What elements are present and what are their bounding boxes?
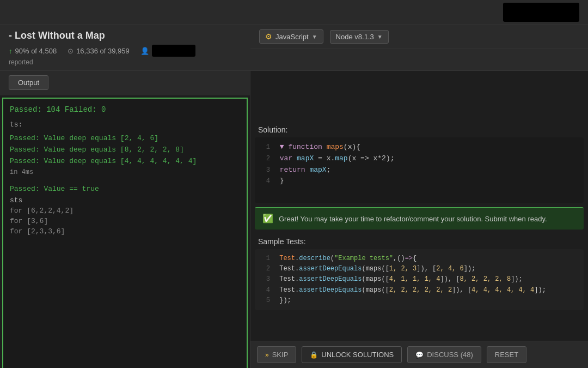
discuss-label: DISCUSS (48) — [427, 351, 473, 359]
extra-pass: Passed: Value == true — [10, 185, 240, 193]
count-meta: ⊙ 16,336 of 39,959 — [68, 47, 130, 55]
count-value: 16,336 of 39,959 — [76, 47, 130, 55]
code-line-2: 2 var mapX = x.map(x => x*2); — [259, 153, 579, 165]
right-panel: Solution: 1 ▼ function maps(x){ 2 var ma… — [250, 71, 588, 368]
skip-label: SKIP — [272, 351, 289, 359]
for-item-0: for [6,2,2,4,2] — [10, 207, 240, 215]
reset-label: RESET — [495, 351, 518, 359]
output-content: Passed: 104 Failed: 0 ts: Passed: Value … — [2, 98, 248, 368]
pass-fail-line: Passed: 104 Failed: 0 — [10, 105, 240, 114]
sample-line-5: 5 }); — [259, 295, 579, 306]
reset-button[interactable]: RESET — [487, 346, 526, 363]
success-text: Great! You may take your time to refacto… — [279, 215, 547, 223]
top-bar-avatar — [503, 3, 579, 22]
progress-meta: ↑ 90% of 4,508 — [9, 47, 57, 55]
chevron-js-icon: ▼ — [312, 34, 317, 40]
lang-bar: ⚙ JavaScript ▼ Node v8.1.3 ▼ — [250, 25, 588, 49]
for-item-2: for [2,3,3,6] — [10, 227, 240, 236]
sample-line-4: 4 Test.assertDeepEquals(maps([2, 2, 2, 2… — [259, 285, 579, 295]
sample-code: 1 Test.describe("Example tests",()=>{ 2 … — [255, 249, 584, 310]
kata-title-text: - Lost Without a Map — [9, 30, 105, 41]
test-result-1: Passed: Value deep equals [8, 2, 2, 2, 8… — [10, 146, 240, 154]
lang-bar-spacer — [250, 71, 588, 95]
bottom-toolbar: » SKIP 🔒 UNLOCK SOLUTIONS 💬 DISCUSS (48)… — [250, 341, 588, 368]
success-bar: ✅ Great! You may take your time to refac… — [255, 207, 584, 230]
user-avatar — [152, 45, 195, 57]
top-bar — [0, 0, 588, 25]
output-tab-button[interactable]: Output — [9, 75, 48, 90]
code-line-4: 4 } — [259, 176, 579, 187]
user-meta: 👤 — [140, 45, 195, 57]
solution-label: Solution: — [250, 120, 588, 137]
main-layout: Output Passed: 104 Failed: 0 ts: Passed:… — [0, 71, 588, 368]
progress-value: 90% of 4,508 — [15, 47, 57, 55]
test-result-0: Passed: Value deep equals [2, 4, 6] — [10, 134, 240, 142]
user-icon: 👤 — [140, 47, 149, 55]
code-line-3: 3 return mapX; — [259, 165, 579, 176]
chevron-node-icon: ▼ — [377, 34, 383, 40]
timing-info: in 4ms — [10, 168, 240, 176]
sample-line-1: 1 Test.describe("Example tests",()=>{ — [259, 254, 579, 264]
node-label: Node v8.1.3 — [336, 33, 374, 41]
language-selector[interactable]: ⚙ JavaScript ▼ — [259, 29, 323, 44]
skip-button[interactable]: » SKIP — [257, 346, 296, 363]
sample-line-2: 2 Test.assertDeepEquals(maps([1, 2, 3]),… — [259, 264, 579, 274]
count-icon: ⊙ — [68, 47, 74, 55]
progress-icon: ↑ — [9, 47, 13, 55]
extra-label: sts — [10, 196, 240, 204]
unlock-label: UNLOCK SOLUTIONS — [321, 351, 394, 359]
lock-icon: 🔒 — [310, 351, 318, 359]
node-version-selector[interactable]: Node v8.1.3 ▼ — [330, 30, 389, 44]
tests-label: ts: — [10, 120, 240, 129]
lang-js-label: JavaScript — [275, 33, 309, 41]
sample-line-3: 3 Test.assertDeepEquals(maps([4, 1, 1, 1… — [259, 274, 579, 285]
test-result-2: Passed: Value deep equals [4, 4, 4, 4, 4… — [10, 157, 240, 165]
output-tab-bar: Output — [0, 71, 250, 95]
skip-arrows-icon: » — [265, 351, 269, 359]
left-panel: Output Passed: 104 Failed: 0 ts: Passed:… — [0, 71, 250, 368]
for-item-1: for [3,6] — [10, 217, 240, 225]
unlock-solutions-button[interactable]: 🔒 UNLOCK SOLUTIONS — [302, 346, 402, 363]
js-icon: ⚙ — [265, 32, 272, 41]
code-editor[interactable]: 1 ▼ function maps(x){ 2 var mapX = x.map… — [255, 137, 584, 203]
chat-icon: 💬 — [415, 351, 424, 359]
success-icon: ✅ — [262, 213, 273, 224]
kata-title: - Lost Without a Map — [9, 30, 195, 41]
sample-tests-label: Sample Tests: — [250, 234, 588, 249]
discuss-button[interactable]: 💬 DISCUSS (48) — [407, 346, 481, 363]
reported-text: reported — [9, 58, 195, 66]
code-line-1: 1 ▼ function maps(x){ — [259, 142, 579, 153]
